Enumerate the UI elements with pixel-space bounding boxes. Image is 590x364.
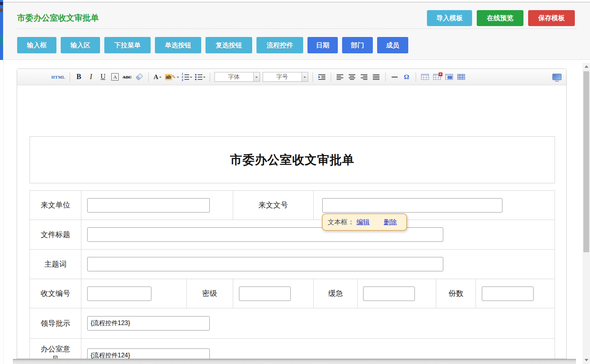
scroll-up-button[interactable] bbox=[583, 63, 590, 70]
cell-leader-comment bbox=[81, 308, 555, 339]
secrecy-input[interactable] bbox=[239, 287, 291, 301]
table-row: 文件标题 bbox=[30, 220, 555, 250]
import-template-button[interactable]: 导入模板 bbox=[427, 10, 472, 26]
urgency-input[interactable] bbox=[363, 287, 415, 301]
online-preview-button[interactable]: 在线预览 bbox=[477, 10, 523, 26]
bold-button[interactable]: B bbox=[74, 72, 84, 82]
form-title-box: 市委办公室收文审批单 bbox=[30, 136, 555, 183]
align-left-icon bbox=[337, 74, 343, 80]
cell-receipt-number bbox=[81, 279, 187, 308]
font-family-select[interactable]: 字体 bbox=[214, 72, 260, 82]
rich-text-editor: HTML B I U A ABC A ab ✎ bbox=[17, 69, 567, 359]
label-source-number: 来文文号 bbox=[233, 191, 314, 220]
editor-content[interactable]: 市委办公室收文审批单 来文单位 来文文号 文件标题 bbox=[17, 85, 566, 359]
strikethrough-button[interactable]: ABC bbox=[123, 72, 132, 82]
font-style-button[interactable]: A bbox=[111, 72, 120, 82]
select-arrow-button[interactable] bbox=[253, 72, 260, 81]
text-color-button[interactable]: A bbox=[153, 72, 162, 82]
form-title: 市委办公室收文审批单 bbox=[230, 152, 355, 168]
cell-urgency bbox=[358, 279, 436, 308]
table-row: 收文编号 密级 缓急 份数 bbox=[30, 279, 555, 308]
component-button-member[interactable]: 成员 bbox=[377, 37, 408, 53]
delete-table-icon bbox=[433, 74, 441, 80]
highlight-color-button[interactable]: ab ✎ bbox=[165, 72, 179, 82]
cell-copies bbox=[476, 279, 555, 308]
editor-toolbar: HTML B I U A ABC A ab ✎ bbox=[17, 69, 566, 85]
chevron-down-icon bbox=[159, 77, 162, 79]
cell-properties-button[interactable] bbox=[444, 72, 454, 82]
toolbar-separator bbox=[331, 72, 331, 82]
indent-icon bbox=[318, 74, 325, 80]
select-arrow-button[interactable] bbox=[302, 72, 308, 81]
clipped-window-artifact bbox=[0, 2, 3, 5]
source-number-input[interactable] bbox=[322, 198, 502, 213]
delete-link[interactable]: 删除 bbox=[384, 218, 397, 227]
arrow-up-icon bbox=[585, 63, 588, 68]
align-right-icon bbox=[361, 74, 367, 80]
eraser-button[interactable] bbox=[135, 72, 144, 82]
component-button-textarea[interactable]: 输入区 bbox=[61, 37, 100, 53]
table-row: 办公室意见 bbox=[30, 339, 555, 359]
align-justify-icon bbox=[373, 74, 379, 80]
source-unit-input[interactable] bbox=[87, 198, 210, 213]
scroll-down-button[interactable] bbox=[583, 357, 590, 363]
font-style-icon: A bbox=[111, 73, 119, 81]
highlight-icon: ab bbox=[165, 74, 172, 80]
component-button-input[interactable]: 输入框 bbox=[17, 37, 56, 53]
leader-comment-input[interactable] bbox=[87, 316, 210, 331]
align-center-button[interactable] bbox=[348, 72, 357, 82]
vertical-scrollbar[interactable] bbox=[583, 63, 590, 364]
label-leader-comment: 领导批示 bbox=[30, 308, 81, 339]
table-properties-icon bbox=[457, 74, 465, 80]
chevron-down-icon bbox=[304, 77, 306, 79]
align-justify-button[interactable] bbox=[372, 72, 381, 82]
toolbar-separator bbox=[313, 72, 313, 82]
subject-word-input[interactable] bbox=[87, 257, 443, 271]
horizontal-rule-icon bbox=[392, 77, 398, 77]
toolbar-separator bbox=[416, 72, 416, 82]
component-button-date[interactable]: 日期 bbox=[307, 37, 338, 53]
insert-table-button[interactable] bbox=[420, 72, 430, 82]
table-row: 主题词 bbox=[30, 250, 555, 279]
font-size-select[interactable]: 字号 bbox=[263, 72, 308, 82]
special-char-button[interactable]: Ω bbox=[402, 72, 411, 82]
cell-secrecy bbox=[233, 279, 314, 308]
table-properties-button[interactable] bbox=[457, 72, 466, 82]
component-button-checkbox[interactable]: 复选按钮 bbox=[205, 37, 252, 53]
label-secrecy: 密级 bbox=[187, 279, 233, 308]
table-icon bbox=[421, 74, 429, 80]
text-color-icon: A bbox=[153, 73, 158, 81]
align-right-button[interactable] bbox=[360, 72, 369, 82]
cell-properties-icon bbox=[445, 74, 453, 80]
component-button-department[interactable]: 部门 bbox=[342, 37, 373, 53]
html-source-button[interactable]: HTML bbox=[51, 72, 65, 82]
italic-button[interactable]: I bbox=[86, 72, 96, 82]
component-button-dropdown[interactable]: 下拉菜单 bbox=[104, 37, 151, 53]
delete-table-button[interactable] bbox=[432, 72, 442, 82]
ordered-list-button[interactable] bbox=[182, 72, 192, 82]
field-tooltip: 文本框： 编辑 删除 bbox=[322, 213, 407, 231]
office-opinion-input[interactable] bbox=[87, 348, 210, 359]
label-copies: 份数 bbox=[436, 279, 476, 308]
cell-source-unit bbox=[81, 191, 233, 220]
horizontal-rule-button[interactable] bbox=[390, 72, 399, 82]
ordered-list-icon bbox=[182, 73, 189, 81]
label-doc-title: 文件标题 bbox=[30, 220, 81, 250]
label-receipt-number: 收文编号 bbox=[30, 279, 81, 308]
edit-link[interactable]: 编辑 bbox=[356, 218, 370, 227]
copies-input[interactable] bbox=[482, 287, 534, 301]
component-button-radio[interactable]: 单选按钮 bbox=[155, 37, 201, 53]
page-title: 市委办公室收文审批单 bbox=[17, 12, 99, 23]
unordered-list-icon bbox=[195, 74, 202, 80]
fullscreen-button[interactable] bbox=[552, 74, 562, 80]
unordered-list-button[interactable] bbox=[195, 72, 205, 82]
receipt-number-input[interactable] bbox=[87, 287, 151, 301]
scroll-thumb[interactable] bbox=[583, 71, 589, 252]
save-template-button[interactable]: 保存模板 bbox=[528, 10, 575, 26]
toolbar-separator bbox=[148, 72, 149, 82]
underline-button[interactable]: U bbox=[98, 72, 108, 82]
content-left-border bbox=[3, 60, 4, 364]
indent-button[interactable] bbox=[317, 72, 327, 82]
align-left-button[interactable] bbox=[335, 72, 345, 82]
component-button-flow-control[interactable]: 流程控件 bbox=[256, 37, 303, 53]
